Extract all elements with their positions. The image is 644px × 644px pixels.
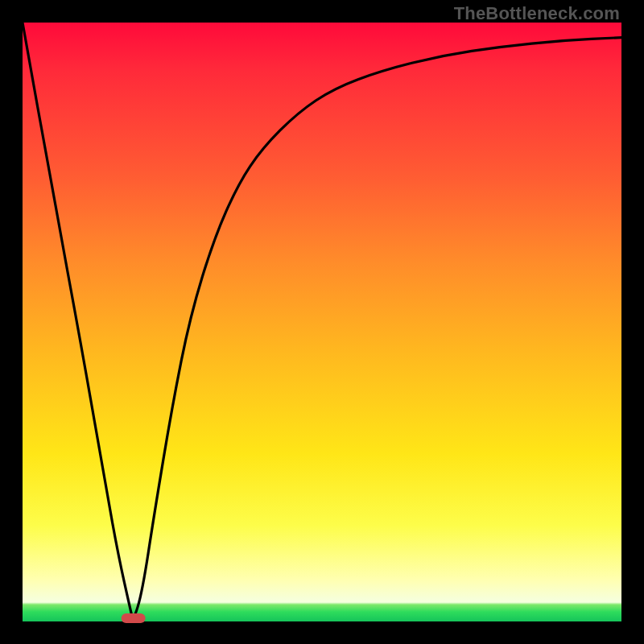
- plot-area: [23, 23, 621, 621]
- minimum-marker: [122, 613, 146, 623]
- curve-line: [23, 23, 621, 617]
- chart-frame: TheBottleneck.com: [0, 0, 644, 644]
- bottleneck-curve: [23, 23, 621, 621]
- watermark-text: TheBottleneck.com: [454, 3, 620, 24]
